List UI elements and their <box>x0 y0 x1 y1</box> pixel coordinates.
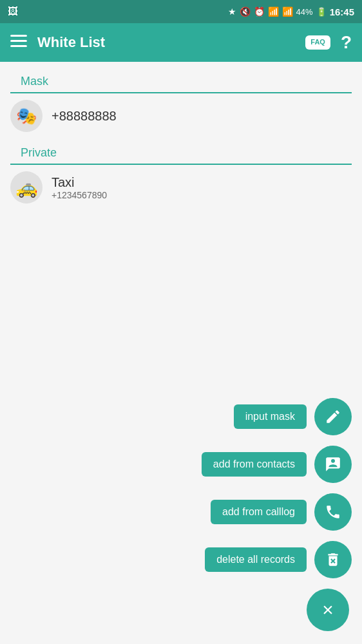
pencil-icon <box>325 408 341 425</box>
add-from-calllog-button[interactable]: add from calllog <box>211 500 307 524</box>
screenshot-icon: 🖼 <box>8 6 18 17</box>
mask-list-item[interactable]: 🎭 +88888888 <box>0 93 362 138</box>
add-from-calllog-fab[interactable] <box>314 493 352 531</box>
mask-avatar: 🎭 <box>10 100 43 132</box>
taxi-emoji: 🚕 <box>15 177 38 198</box>
svg-rect-1 <box>10 40 27 42</box>
phone-icon <box>325 504 341 520</box>
input-mask-button[interactable]: input mask <box>234 404 307 429</box>
taxi-avatar: 🚕 <box>10 171 43 204</box>
mask-section-header: Mask <box>10 67 352 93</box>
input-mask-fab[interactable] <box>314 398 352 435</box>
status-bar: 🖼 ★ 🔇 ⏰ 📶 📶 44% 🔋 16:45 <box>0 0 362 23</box>
taxi-phone: +1234567890 <box>52 190 107 200</box>
hamburger-menu-icon[interactable] <box>10 35 27 50</box>
help-icon[interactable]: ? <box>341 32 352 53</box>
status-bar-left: 🖼 <box>8 6 18 17</box>
add-from-calllog-row: add from calllog <box>211 493 352 531</box>
signal-icon: 📶 <box>282 6 293 17</box>
page-title: White List <box>37 34 295 51</box>
add-from-contacts-fab[interactable] <box>314 446 352 483</box>
delete-all-records-row: delete all records <box>205 541 352 578</box>
taxi-item-text: Taxi +1234567890 <box>52 175 107 200</box>
status-bar-right: ★ 🔇 ⏰ 📶 📶 44% 🔋 16:45 <box>228 6 354 17</box>
delete-all-records-fab[interactable] <box>314 541 352 578</box>
faq-button[interactable]: FAQ <box>305 35 330 49</box>
fab-container: input mask add from contacts add from ca… <box>202 398 352 631</box>
delete-all-records-button[interactable]: delete all records <box>205 547 307 572</box>
mask-icon: 🎭 <box>16 106 37 126</box>
app-bar: White List FAQ ? <box>0 23 362 62</box>
svg-rect-0 <box>10 35 27 37</box>
private-section-header: Private <box>10 138 352 165</box>
main-content: Mask 🎭 +88888888 Private 🚕 Taxi +1234567… <box>0 62 362 644</box>
battery-icon: 🔋 <box>316 7 327 17</box>
battery-level: 44% <box>296 7 313 17</box>
close-fab-button[interactable]: × <box>307 589 349 631</box>
wifi-icon: 📶 <box>268 6 279 17</box>
close-fab-row: × <box>307 589 352 631</box>
add-from-contacts-button[interactable]: add from contacts <box>202 452 307 477</box>
contacts-icon <box>325 456 341 473</box>
input-mask-row: input mask <box>234 398 352 435</box>
trash-icon <box>325 551 341 568</box>
bluetooth-icon: ★ <box>228 6 236 17</box>
mute-icon: 🔇 <box>240 6 251 17</box>
mask-item-text: +88888888 <box>52 109 117 124</box>
mask-phone-number: +88888888 <box>52 109 117 124</box>
taxi-list-item[interactable]: 🚕 Taxi +1234567890 <box>0 165 362 210</box>
clock: 16:45 <box>330 6 354 17</box>
svg-rect-2 <box>10 45 27 47</box>
taxi-name: Taxi <box>52 175 107 190</box>
alarm-icon: ⏰ <box>254 6 265 17</box>
add-from-contacts-row: add from contacts <box>202 446 352 483</box>
